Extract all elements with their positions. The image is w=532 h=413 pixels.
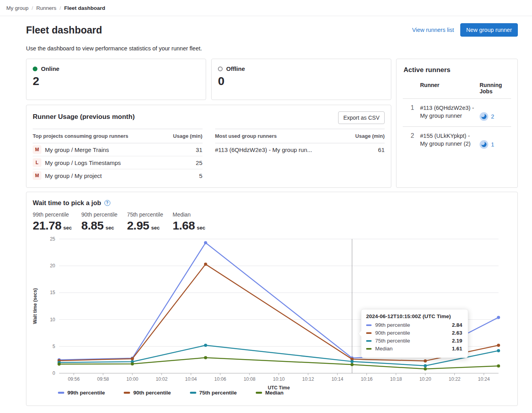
- table-row: M My group / My project 5: [33, 169, 203, 182]
- new-group-runner-button[interactable]: New group runner: [460, 23, 518, 37]
- runner-link[interactable]: #155 (ULkKYpkpt) - My group runner (2): [420, 132, 480, 148]
- legend-99th-percentile[interactable]: 99th percentile: [58, 390, 105, 396]
- legend-swatch-icon: [190, 392, 196, 394]
- chart-legend: 99th percentile 90th percentile 75th per…: [58, 390, 511, 396]
- main-content: Fleet dashboard View runners list New gr…: [26, 16, 518, 406]
- svg-text:10:04: 10:04: [185, 376, 197, 382]
- project-name: My group / Logs Timestamps: [45, 159, 121, 166]
- usage-min-column-header: Usage (min): [355, 133, 385, 139]
- export-csv-button[interactable]: Export as CSV: [338, 111, 385, 124]
- legend-median[interactable]: Median: [256, 390, 284, 396]
- svg-text:10:08: 10:08: [244, 376, 255, 382]
- svg-text:20: 20: [50, 263, 56, 269]
- svg-text:5: 5: [52, 344, 55, 349]
- table-row: L My group / Logs Timestamps 25: [33, 156, 203, 169]
- legend-90th-percentile[interactable]: 90th percentile: [124, 390, 171, 396]
- top-projects-table: Top projects consuming group runners Usa…: [33, 129, 203, 182]
- breadcrumb-fleet-dashboard: Fleet dashboard: [64, 5, 105, 11]
- tooltip-row: 90th percentile 2.63: [366, 330, 462, 336]
- runner-column-header: Runner: [420, 82, 480, 94]
- stat-99th-percentile: 99th percentile 21.78sec: [33, 211, 72, 232]
- running-jobs-count-link[interactable]: 2: [491, 113, 494, 120]
- offline-runners-card: Offline 0: [211, 59, 391, 100]
- stat-median: Median 1.68sec: [173, 211, 205, 232]
- runner-name: #113 (6QHdzW2e3) - My group run...: [215, 146, 313, 153]
- online-label: Online: [41, 65, 60, 72]
- svg-text:UTC Time: UTC Time: [268, 385, 290, 390]
- runner-usage-title: Runner Usage (previous month): [33, 113, 135, 121]
- tooltip-row: Median 1.61: [366, 346, 462, 352]
- tooltip-swatch-icon: [366, 324, 372, 326]
- running-jobs-column-header: Running Jobs: [480, 82, 511, 94]
- svg-text:10:02: 10:02: [156, 376, 167, 382]
- offline-label: Offline: [226, 65, 245, 72]
- table-row: 1 #113 (6QHdzW2e3) - My group runner 2: [403, 99, 511, 127]
- tooltip-swatch-icon: [366, 340, 372, 342]
- svg-text:10:00: 10:00: [126, 376, 138, 382]
- most-used-runners-table: Most used group runners Usage (min) #113…: [215, 129, 385, 182]
- project-name: My group / My project: [45, 172, 102, 179]
- active-runners-title: Active runners: [404, 66, 511, 74]
- chart-tooltip: 2024-06-12T10:15:00Z (UTC Time) 99th per…: [361, 309, 468, 358]
- header-actions: View runners list New group runner: [412, 23, 518, 37]
- wait-time-stats: 99th percentile 21.78sec 90th percentile…: [33, 211, 511, 232]
- breadcrumb-bar: My group / Runners / Fleet dashboard: [0, 0, 532, 16]
- breadcrumb-my-group[interactable]: My group: [6, 5, 28, 11]
- project-avatar: M: [33, 171, 41, 180]
- offline-count: 0: [218, 75, 385, 87]
- table-row: #113 (6QHdzW2e3) - My group run... 61: [215, 143, 385, 156]
- offline-status-icon: [218, 67, 223, 71]
- breadcrumb-runners[interactable]: Runners: [36, 5, 56, 11]
- active-runners-header: Runner Running Jobs: [403, 80, 511, 99]
- runner-link[interactable]: #113 (6QHdzW2e3) - My group runner: [420, 104, 480, 120]
- svg-text:10: 10: [50, 317, 56, 322]
- page-header: Fleet dashboard View runners list New gr…: [26, 23, 518, 37]
- online-count: 2: [33, 75, 199, 87]
- running-status-icon: [480, 140, 488, 149]
- svg-text:10:16: 10:16: [361, 376, 372, 382]
- stat-75th-percentile: 75th percentile 2.95sec: [127, 211, 163, 232]
- svg-text:10:10: 10:10: [273, 376, 285, 382]
- project-avatar: L: [33, 158, 41, 167]
- page-title: Fleet dashboard: [26, 24, 102, 36]
- breadcrumb: My group / Runners / Fleet dashboard: [6, 5, 105, 11]
- wait-time-title: Wait time to pick a job: [33, 199, 101, 207]
- breadcrumb-separator: /: [60, 5, 61, 11]
- svg-text:10:06: 10:06: [214, 376, 226, 382]
- running-status-icon: [480, 112, 488, 121]
- usage-min-column-header: Usage (min): [173, 133, 202, 139]
- legend-swatch-icon: [256, 392, 262, 394]
- svg-text:10:20: 10:20: [419, 376, 431, 382]
- svg-text:10:22: 10:22: [448, 376, 460, 382]
- legend-swatch-icon: [58, 392, 64, 394]
- tooltip-row: 75th percentile 2.19: [366, 338, 462, 344]
- table-row: 2 #155 (ULkKYpkpt) - My group runner (2)…: [403, 127, 511, 154]
- online-status-icon: [33, 67, 37, 71]
- active-runners-card: Active runners Runner Running Jobs 1 #11…: [396, 59, 518, 188]
- project-usage-minutes: 25: [196, 159, 203, 166]
- running-jobs-count-link[interactable]: 1: [491, 141, 494, 148]
- svg-text:10:12: 10:12: [302, 376, 314, 382]
- runner-rank: 1: [403, 104, 420, 111]
- legend-swatch-icon: [124, 392, 130, 394]
- svg-text:10:14: 10:14: [331, 376, 343, 382]
- project-usage-minutes: 5: [199, 172, 202, 179]
- view-runners-list-link[interactable]: View runners list: [412, 27, 454, 33]
- svg-text:09:56: 09:56: [68, 376, 80, 382]
- svg-text:15: 15: [50, 290, 56, 295]
- top-projects-column-header: Top projects consuming group runners: [33, 133, 128, 139]
- table-row: M My group / Merge Trains 31: [33, 143, 203, 156]
- runner-usage-minutes: 61: [378, 146, 385, 153]
- svg-text:0: 0: [52, 370, 55, 376]
- legend-75th-percentile[interactable]: 75th percentile: [190, 390, 237, 396]
- project-usage-minutes: 31: [196, 146, 203, 153]
- breadcrumb-separator: /: [32, 5, 33, 11]
- tooltip-title: 2024-06-12T10:15:00Z (UTC Time): [366, 313, 462, 319]
- most-used-runners-column-header: Most used group runners: [215, 133, 277, 139]
- tooltip-row: 99th percentile 2.84: [366, 322, 462, 328]
- svg-text:25: 25: [50, 236, 56, 242]
- svg-text:09:58: 09:58: [97, 376, 109, 382]
- svg-text:Wait time (secs): Wait time (secs): [33, 288, 38, 324]
- online-runners-card: Online 2: [26, 59, 206, 100]
- help-icon[interactable]: ?: [104, 200, 110, 206]
